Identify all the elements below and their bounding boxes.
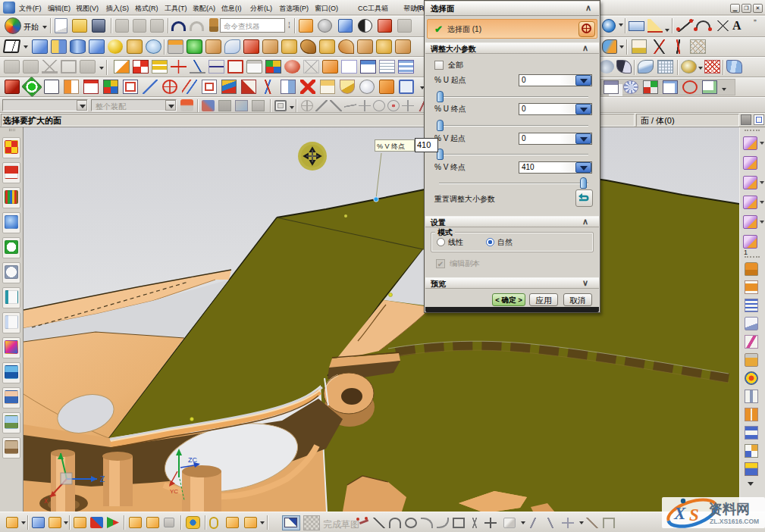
svg-text:Z: Z	[100, 475, 105, 483]
svg-text:资料网: 资料网	[709, 502, 750, 517]
svg-text:X: X	[673, 504, 686, 523]
svg-text:x: x	[44, 496, 48, 505]
svg-text:YC: YC	[170, 488, 178, 495]
svg-text:S: S	[689, 505, 699, 524]
svg-text:ZC: ZC	[188, 456, 197, 464]
svg-text:ZL.XS1616.COM: ZL.XS1616.COM	[710, 518, 759, 525]
